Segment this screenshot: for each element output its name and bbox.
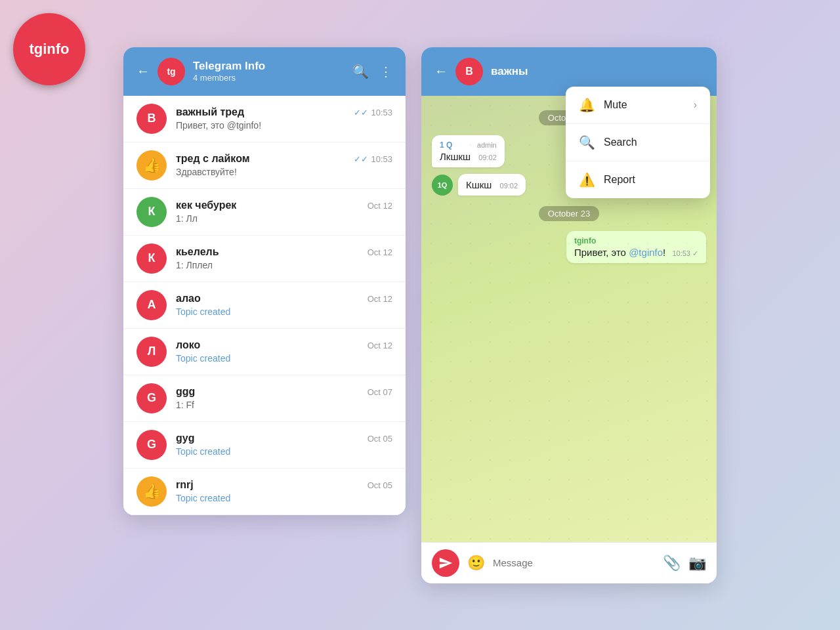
message-sender: tginfo xyxy=(574,236,698,245)
emoji-icon[interactable]: 🙂 xyxy=(467,555,485,572)
thread-preview: Привет, это @tginfo! xyxy=(176,120,392,131)
thread-preview: Topic created xyxy=(176,306,392,317)
tginfo-logo: tginfo xyxy=(13,13,85,85)
thread-list: В важный тред ✓✓10:53 Привет, это @tginf… xyxy=(123,96,406,515)
thread-content: gyg Oct 05 Topic created xyxy=(176,432,392,457)
thread-avatar: А xyxy=(136,290,167,320)
thread-item[interactable]: Л локо Oct 12 Topic created xyxy=(123,329,406,375)
search-icon[interactable]: 🔍 xyxy=(352,64,369,79)
thread-time: Oct 12 xyxy=(368,201,392,211)
thread-preview: Topic created xyxy=(176,493,392,503)
check-icon: ✓✓ xyxy=(354,108,368,117)
camera-icon[interactable]: 📷 xyxy=(688,555,706,572)
right-back-button[interactable]: ← xyxy=(434,64,448,79)
thread-time: Oct 05 xyxy=(368,480,392,490)
thread-name: локо xyxy=(176,339,200,351)
message-input[interactable] xyxy=(493,557,655,568)
thread-content: кьелель Oct 12 1: Лплел xyxy=(176,246,392,270)
right-header-title: важны xyxy=(491,65,528,78)
back-arrow-button[interactable]: ← xyxy=(136,64,150,79)
thread-time: Oct 12 xyxy=(368,341,392,350)
thread-item[interactable]: В важный тред ✓✓10:53 Привет, это @tginf… xyxy=(123,96,406,142)
message-time: 10:53 ✓ xyxy=(672,249,698,257)
menu-label-search: Search xyxy=(604,136,697,148)
thread-item[interactable]: 👍 тред с лайком ✓✓10:53 Здравствуйте! xyxy=(123,142,406,189)
thread-item[interactable]: 👍 rnrj Oct 05 Topic created xyxy=(123,469,406,515)
thread-preview: Topic created xyxy=(176,353,392,364)
thread-content: кек чебурек Oct 12 1: Лл xyxy=(176,200,392,224)
report-icon: ⚠️ xyxy=(579,172,595,188)
thread-avatar: 👍 xyxy=(136,476,167,507)
message-sender: 1 Q admin xyxy=(440,140,497,150)
thread-name: алао xyxy=(176,293,201,304)
message-text: Привет, это @tginfo! 10:53 ✓ xyxy=(574,247,698,258)
thread-item[interactable]: А алао Oct 12 Topic created xyxy=(123,282,406,329)
thread-name: gyg xyxy=(176,432,194,444)
thread-content: rnrj Oct 05 Topic created xyxy=(176,479,392,503)
left-panel: ← tg Telegram Info 4 members 🔍 ⋮ В важны… xyxy=(123,47,406,515)
thread-time: ✓✓10:53 xyxy=(354,108,392,117)
date-separator: October 23 xyxy=(432,207,706,219)
message-bubble: 1 Q admin Лкшкш 09:02 xyxy=(432,135,505,167)
thread-item[interactable]: G ggg Oct 07 1: Ff xyxy=(123,375,406,422)
admin-badge: admin xyxy=(477,141,497,149)
thread-avatar: G xyxy=(136,383,167,413)
search-icon: 🔍 xyxy=(579,135,595,150)
message-time: 09:02 xyxy=(500,182,518,190)
thread-top: алао Oct 12 xyxy=(176,293,392,304)
thread-top: кьелель Oct 12 xyxy=(176,246,392,258)
thread-name: тред с лайком xyxy=(176,153,250,165)
thread-top: важный тред ✓✓10:53 xyxy=(176,106,392,118)
thread-time: ✓✓10:53 xyxy=(354,154,392,164)
mention: @tginfo xyxy=(629,247,663,258)
menu-item-mute[interactable]: 🔔 Mute › xyxy=(566,87,710,124)
attach-icon[interactable]: 📎 xyxy=(663,555,681,572)
chevron-right-icon: › xyxy=(694,99,697,111)
header-icons: 🔍 ⋮ xyxy=(352,64,392,79)
thread-avatar: Л xyxy=(136,337,167,367)
message-text: Кшкш 09:02 xyxy=(466,179,518,190)
thread-content: ggg Oct 07 1: Ff xyxy=(176,386,392,410)
thread-top: кек чебурек Oct 12 xyxy=(176,200,392,211)
thread-avatar: 👍 xyxy=(136,150,167,180)
menu-item-search[interactable]: 🔍 Search xyxy=(566,124,710,161)
group-title: Telegram Info xyxy=(193,60,345,73)
thread-top: gyg Oct 05 xyxy=(176,432,392,444)
thread-time: Oct 12 xyxy=(368,247,392,257)
mute-icon: 🔔 xyxy=(579,97,595,113)
main-container: ← tg Telegram Info 4 members 🔍 ⋮ В важны… xyxy=(123,47,717,583)
right-panel: ← В важны October 12 1 Q admin Лкшкш 09:… xyxy=(421,47,717,583)
message-avatar: 1Q xyxy=(432,175,453,196)
thread-item[interactable]: G gyg Oct 05 Topic created xyxy=(123,422,406,469)
thread-avatar: К xyxy=(136,243,167,274)
thread-avatar: К xyxy=(136,197,167,227)
thread-top: тред с лайком ✓✓10:53 xyxy=(176,153,392,165)
left-header: ← tg Telegram Info 4 members 🔍 ⋮ xyxy=(123,47,406,96)
thread-content: тред с лайком ✓✓10:53 Здравствуйте! xyxy=(176,153,392,177)
send-button[interactable] xyxy=(432,549,459,577)
thread-content: важный тред ✓✓10:53 Привет, это @tginfo! xyxy=(176,106,392,131)
thread-preview: Здравствуйте! xyxy=(176,167,392,177)
message-bubble: tginfo Привет, это @tginfo! 10:53 ✓ xyxy=(566,231,706,263)
thread-avatar: В xyxy=(136,104,167,134)
thread-item[interactable]: К кьелель Oct 12 1: Лплел xyxy=(123,236,406,282)
member-count: 4 members xyxy=(193,73,345,83)
menu-item-report[interactable]: ⚠️ Report xyxy=(566,161,710,198)
more-options-icon[interactable]: ⋮ xyxy=(379,64,392,79)
thread-time: Oct 05 xyxy=(368,434,392,444)
thread-item[interactable]: К кек чебурек Oct 12 1: Лл xyxy=(123,189,406,236)
message-time: 09:02 xyxy=(478,154,497,161)
context-menu: 🔔 Mute › 🔍 Search ⚠️ Report xyxy=(566,87,710,198)
check-icon: ✓✓ xyxy=(354,154,368,164)
thread-avatar: G xyxy=(136,430,167,460)
menu-label-mute: Mute xyxy=(604,99,684,111)
thread-top: rnrj Oct 05 xyxy=(176,479,392,491)
header-info: Telegram Info 4 members xyxy=(193,60,345,83)
thread-name: ggg xyxy=(176,386,195,398)
thread-preview: 1: Ff xyxy=(176,400,392,410)
thread-time: Oct 07 xyxy=(368,387,392,397)
send-icon xyxy=(438,556,453,570)
thread-preview: Topic created xyxy=(176,446,392,457)
right-header-avatar: В xyxy=(455,58,483,85)
thread-content: алао Oct 12 Topic created xyxy=(176,293,392,317)
